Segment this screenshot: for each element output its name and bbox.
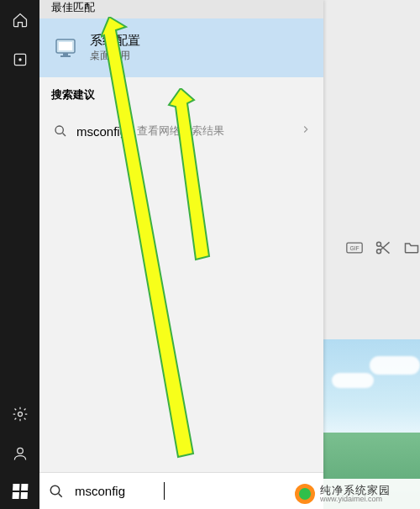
suggestion-term: msconfig <box>76 124 127 139</box>
settings-button[interactable] <box>0 394 39 433</box>
svg-point-8 <box>55 126 63 134</box>
scissors-icon[interactable] <box>375 239 391 256</box>
home-button[interactable] <box>0 0 39 39</box>
svg-text:GIF: GIF <box>349 245 359 251</box>
windows-logo-icon <box>12 484 28 499</box>
watermark-url: www.yidaimei.com <box>320 496 391 503</box>
search-input[interactable] <box>73 483 323 499</box>
gif-icon[interactable]: GIF <box>346 239 363 256</box>
watermark-logo-icon <box>295 484 315 504</box>
suggestions-header: 搜索建议 <box>39 77 323 108</box>
svg-rect-6 <box>63 53 68 55</box>
svg-rect-7 <box>60 55 71 57</box>
chevron-right-icon <box>300 123 312 139</box>
best-match-result[interactable]: 系统配置 桌面应用 <box>39 18 323 77</box>
best-match-header: 最佳匹配 <box>39 0 323 18</box>
folder-icon[interactable] <box>403 239 420 256</box>
recent-button[interactable] <box>0 39 39 79</box>
start-button[interactable] <box>0 473 39 509</box>
best-match-subtitle: 桌面应用 <box>90 49 140 63</box>
svg-point-3 <box>377 249 381 254</box>
best-match-title: 系统配置 <box>90 33 140 49</box>
suggestion-hint: - 查看网络搜索结果 <box>130 123 224 139</box>
web-suggestion-row[interactable]: msconfig - 查看网络搜索结果 <box>39 108 323 155</box>
svg-rect-5 <box>59 42 72 50</box>
search-panel: 最佳匹配 系统配置 桌面应用 搜索建议 msconfig - 查看网络搜索结果 <box>39 0 323 509</box>
watermark: 纯净系统家园 www.yidaimei.com <box>290 479 420 509</box>
search-icon <box>51 124 70 138</box>
svg-point-9 <box>50 485 60 495</box>
svg-point-12 <box>18 412 22 416</box>
account-button[interactable] <box>0 433 39 473</box>
floating-tool-strip: GIF <box>323 235 420 260</box>
svg-point-11 <box>18 58 21 60</box>
search-input-row[interactable] <box>39 472 323 509</box>
svg-point-13 <box>17 448 23 454</box>
start-sidebar <box>0 0 39 509</box>
search-icon <box>39 484 73 499</box>
svg-point-2 <box>377 242 381 246</box>
system-config-icon <box>51 33 81 63</box>
